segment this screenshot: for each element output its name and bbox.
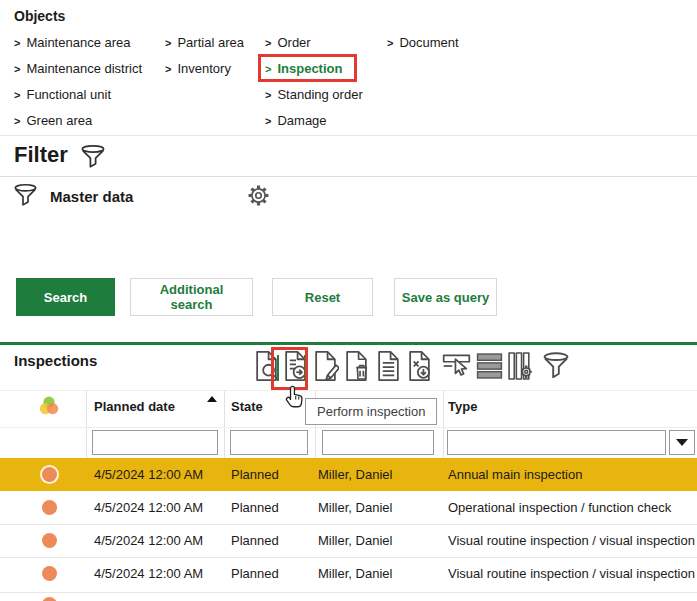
planned-date-cell: 4/5/2024 12:00 AM (94, 458, 203, 491)
type-cell: Visual routine inspection / visual inspe… (448, 557, 695, 590)
status-dot-icon (42, 467, 57, 482)
inspections-grid-title: Inspections (14, 352, 97, 369)
export-icon[interactable] (406, 350, 433, 382)
type-filter-input[interactable] (447, 430, 666, 455)
state-cell: Planned (231, 524, 279, 557)
table-row[interactable]: 4/5/2024 12:00 AM Planned Miller, Daniel… (0, 524, 697, 557)
nav-link-order[interactable]: >Order (265, 35, 311, 50)
table-row[interactable]: 4/5/2024 12:00 AM Planned Miller, Daniel… (0, 557, 697, 590)
master-data-group-label: Master data (50, 188, 133, 205)
assignee-cell: Miller, Daniel (318, 491, 392, 524)
column-header-state[interactable]: State (231, 399, 263, 414)
type-cell: Annual main inspection (448, 458, 582, 491)
nav-link-document[interactable]: >Document (387, 35, 459, 50)
view-record-icon[interactable] (253, 350, 280, 382)
chevron-right-icon: > (265, 37, 271, 49)
assignee-cell: Miller, Daniel (318, 458, 392, 491)
filter-funnel-icon (80, 144, 106, 174)
nav-link-standing-order[interactable]: >Standing order (265, 87, 363, 102)
header-bottom-border (0, 427, 697, 428)
chevron-right-icon: > (14, 63, 20, 75)
chevron-right-icon: > (14, 89, 20, 101)
state-cell: Planned (231, 557, 279, 590)
planned-date-cell: 4/5/2024 12:00 AM (94, 491, 203, 524)
planned-date-cell: 4/5/2024 12:00 AM (94, 557, 203, 590)
chevron-right-icon: > (265, 115, 271, 127)
delete-record-icon[interactable] (343, 350, 370, 382)
filter-table-icon[interactable] (542, 350, 569, 382)
column-separator (86, 390, 87, 459)
table-row[interactable]: 4/5/2024 12:00 AM Planned Miller, Daniel… (0, 458, 697, 491)
column-settings-icon[interactable] (507, 350, 534, 382)
nav-link-inventory[interactable]: >Inventory (165, 61, 231, 76)
planned-date-filter-input[interactable] (92, 430, 218, 455)
chevron-down-icon (676, 439, 688, 446)
report-icon[interactable] (375, 350, 402, 382)
green-section-rule (0, 342, 697, 345)
status-traffic-light-icon[interactable] (38, 395, 60, 421)
reset-button[interactable]: Reset (272, 278, 373, 316)
state-filter-input[interactable] (230, 430, 308, 455)
drop-indicator-bar (304, 355, 306, 381)
planned-date-cell: 4/5/2024 12:00 AM (94, 524, 203, 557)
type-cell: Operational inspection / function check (448, 491, 671, 524)
save-as-query-button[interactable]: Save as query (394, 278, 497, 316)
select-row-icon[interactable] (442, 350, 469, 382)
type-cell: Visual routine inspection / visual inspe… (448, 524, 695, 557)
filter-section-title: Filter (14, 142, 68, 168)
state-cell: Planned (231, 491, 279, 524)
chevron-right-icon: > (165, 37, 171, 49)
chevron-right-icon: > (14, 37, 20, 49)
drop-indicator-bar (277, 355, 279, 381)
section-divider (0, 135, 697, 136)
master-data-funnel-icon[interactable] (13, 183, 38, 212)
chevron-right-icon: > (14, 115, 20, 127)
status-dot-icon (42, 566, 57, 581)
chevron-right-icon: > (387, 37, 393, 49)
column-separator (443, 390, 444, 459)
table-top-border (0, 390, 697, 391)
nav-link-maintenance-area[interactable]: >Maintenance area (14, 35, 131, 50)
column-header-planned-date[interactable]: Planned date (94, 399, 175, 414)
application-window: Objects >Maintenance area >Partial area … (0, 0, 697, 601)
nav-link-green-area[interactable]: >Green area (14, 113, 92, 128)
section-divider (0, 176, 697, 177)
assignee-cell: Miller, Daniel (318, 524, 392, 557)
nav-link-partial-area[interactable]: >Partial area (165, 35, 244, 50)
status-dot-icon (42, 500, 57, 515)
row-layout-icon[interactable] (476, 350, 503, 382)
assignee-cell: Miller, Daniel (318, 557, 392, 590)
row-divider (0, 592, 697, 593)
edit-record-icon[interactable] (312, 350, 339, 382)
nav-link-functional-unit[interactable]: >Functional unit (14, 87, 111, 102)
status-dot-icon (42, 533, 57, 548)
type-filter-dropdown-button[interactable] (669, 430, 695, 455)
chevron-right-icon: > (265, 63, 271, 75)
hand-cursor-icon (283, 384, 305, 414)
column-header-type[interactable]: Type (448, 399, 477, 414)
nav-link-maintenance-district[interactable]: >Maintenance district (14, 61, 142, 76)
chevron-right-icon: > (265, 89, 271, 101)
additional-search-button[interactable]: Additional search (130, 278, 253, 316)
status-dot-icon (42, 597, 57, 601)
state-cell: Planned (231, 458, 279, 491)
master-data-settings-gear-icon[interactable] (247, 184, 270, 211)
search-button[interactable]: Search (16, 278, 115, 316)
assignee-filter-input[interactable] (322, 430, 434, 455)
chevron-right-icon: > (165, 63, 171, 75)
nav-link-inspection[interactable]: >Inspection (265, 61, 342, 76)
sort-ascending-icon (207, 396, 217, 402)
nav-link-damage[interactable]: >Damage (265, 113, 327, 128)
tooltip: Perform inspection (305, 398, 437, 425)
objects-section-title: Objects (14, 8, 65, 24)
column-separator (224, 390, 225, 459)
table-row[interactable]: 4/5/2024 12:00 AM Planned Miller, Daniel… (0, 491, 697, 524)
